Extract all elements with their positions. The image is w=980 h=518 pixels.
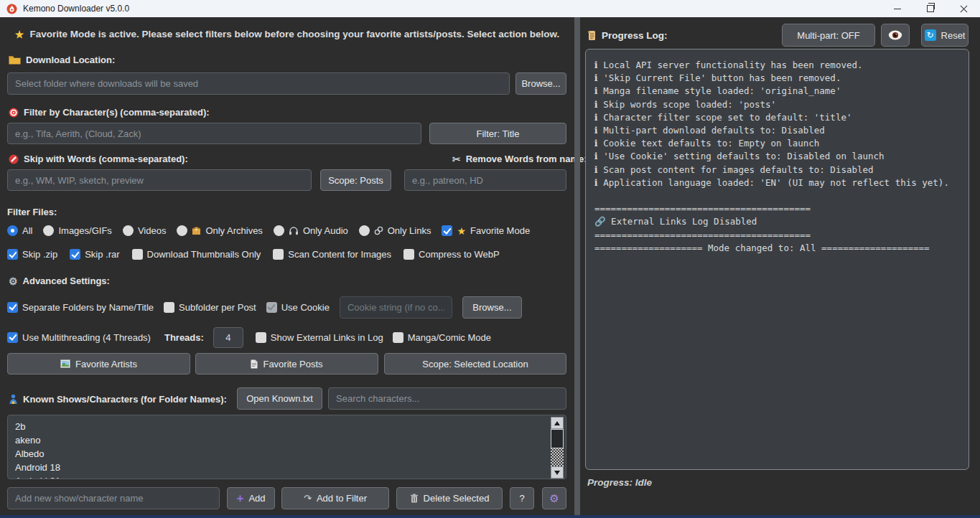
panel-splitter[interactable] (574, 17, 580, 515)
scan-content-checkbox[interactable]: Scan Content for Images (273, 249, 391, 260)
close-button[interactable] (947, 0, 980, 17)
advanced-settings-label: ⚙ Advanced Settings: (9, 276, 110, 286)
use-cookie-checkbox[interactable]: Use Cookie (266, 302, 330, 313)
separate-folders-checkbox[interactable]: Separate Folders by Name/Title (7, 302, 154, 313)
filter-scope-button[interactable]: Filter: Title (429, 123, 566, 144)
titlebar: Kemono Downloader v5.0.0 (0, 0, 980, 17)
favorite-scope-button[interactable]: Scope: Selected Location (384, 353, 566, 375)
scan-content-label: Scan Content for Images (288, 249, 391, 260)
subfolder-per-post-checkbox[interactable]: Subfolder per Post (164, 302, 256, 313)
radio-only-links[interactable]: Only Links (359, 225, 431, 236)
radio-all-label: All (22, 225, 32, 236)
scrollbar-thumb[interactable] (551, 429, 564, 448)
skip-words-label-text: Skip with Words (comma-separated): (24, 154, 188, 164)
restore-icon (927, 5, 934, 12)
log-line: ℹ Skip words scope loaded: 'posts' (594, 98, 960, 111)
add-button[interactable]: + Add (227, 487, 275, 509)
add-character-input[interactable] (7, 487, 220, 509)
character-list-item[interactable]: Android 21 (8, 474, 566, 479)
radio-icon (177, 225, 187, 236)
character-list-item[interactable]: akeno (8, 433, 566, 447)
scroll-up-button[interactable] (551, 417, 564, 429)
radio-icon (274, 225, 284, 236)
skip-zip-checkbox[interactable]: Skip .zip (7, 249, 57, 260)
checkbox-icon (164, 302, 174, 313)
download-thumbnails-label: Download Thumbnails Only (147, 249, 261, 260)
download-thumbnails-checkbox[interactable]: Download Thumbnails Only (132, 249, 261, 260)
known-characters-list[interactable]: 2b akeno Albedo Android 18 Android 21 (7, 415, 566, 479)
eye-toggle-button[interactable] (881, 24, 910, 47)
document-icon (251, 359, 258, 369)
open-known-txt-button[interactable]: Open Known.txt (237, 387, 322, 410)
character-filter-input[interactable] (7, 123, 421, 144)
threads-input[interactable] (213, 327, 243, 348)
radio-all[interactable]: All (7, 225, 32, 236)
multipart-toggle-button[interactable]: Multi-part: OFF (782, 24, 875, 47)
remove-words-label: ✂ Remove Words from name: (452, 154, 587, 164)
skip-rar-checkbox[interactable]: Skip .rar (70, 249, 119, 260)
list-scrollbar[interactable] (551, 417, 564, 479)
character-list-item[interactable]: Albedo (8, 447, 566, 461)
favorite-artists-label: Favorite Artists (75, 359, 137, 369)
download-location-label-text: Download Location: (26, 55, 115, 65)
app-logo-icon (6, 4, 17, 14)
delete-selected-button[interactable]: Delete Selected (396, 487, 503, 509)
link-icon (374, 226, 383, 235)
remove-words-input[interactable] (404, 169, 566, 191)
log-line: ℹ Character filter scope set to default:… (594, 111, 960, 124)
checkbox-icon (442, 225, 452, 236)
add-to-filter-label: Add to Filter (317, 493, 367, 504)
maximize-button[interactable] (914, 0, 947, 17)
log-line: ℹ Application language loaded: 'EN' (UI … (594, 176, 960, 189)
radio-links-label: Only Links (388, 225, 431, 236)
radio-only-archives[interactable]: Only Archives (177, 225, 262, 236)
favorite-mode-banner: ★ Favorite Mode is active. Please select… (0, 29, 574, 39)
cookie-browse-button[interactable]: Browse... (462, 296, 522, 319)
favorite-mode-checkbox[interactable]: ★ Favorite Mode (442, 225, 530, 236)
character-search-input[interactable] (328, 387, 566, 410)
picture-icon (60, 359, 70, 368)
add-button-label: Add (248, 493, 265, 504)
app-window: Kemono Downloader v5.0.0 ★ Favorite Mode… (0, 0, 980, 518)
manga-mode-label: Manga/Comic Mode (408, 332, 491, 343)
radio-videos[interactable]: Videos (123, 225, 167, 236)
log-line: ℹ 'Use Cookie' setting defaults to: Disa… (594, 150, 960, 163)
settings-button[interactable]: ⚙ (542, 487, 566, 509)
cookie-string-input[interactable] (340, 296, 452, 319)
character-list-item[interactable]: Android 18 (8, 461, 566, 474)
checkbox-icon (7, 302, 18, 313)
manga-mode-checkbox[interactable]: Manga/Comic Mode (393, 332, 491, 343)
checkbox-icon (70, 249, 80, 260)
show-external-links-checkbox[interactable]: Show External Links in Log (256, 332, 383, 343)
radio-images-gifs[interactable]: Images/GIFs (43, 225, 111, 236)
add-to-filter-button[interactable]: ↷ Add to Filter (281, 487, 389, 509)
advanced-settings-label-text: Advanced Settings: (23, 276, 110, 286)
progress-log-label: Progress Log: (587, 30, 668, 41)
progress-log-area[interactable]: ℹ Local API server functionality has bee… (585, 49, 969, 470)
reset-button-label: Reset (941, 30, 966, 41)
radio-only-audio[interactable]: Only Audio (274, 225, 348, 236)
radio-videos-label: Videos (138, 225, 167, 236)
filter-files-radio-row: All Images/GIFs Videos Only Archives Onl… (7, 225, 530, 236)
skip-words-input[interactable] (7, 169, 312, 191)
multithreading-checkbox[interactable]: Use Multithreading (4 Threads) (7, 332, 151, 343)
reset-button[interactable]: ↻ Reset (921, 24, 969, 47)
checkbox-icon (7, 332, 18, 343)
minimize-button[interactable] (881, 0, 914, 17)
download-location-input[interactable] (7, 72, 510, 95)
folder-icon (9, 55, 21, 65)
checkbox-icon (393, 332, 403, 343)
compress-webp-checkbox[interactable]: Compress to WebP (403, 249, 499, 260)
help-button[interactable]: ? (510, 487, 534, 509)
scroll-down-button[interactable] (551, 466, 564, 479)
favorite-artists-button[interactable]: Favorite Artists (7, 353, 190, 375)
scrollbar-track[interactable] (551, 429, 564, 466)
star-icon: ★ (15, 29, 24, 39)
advanced-row-2: Use Multithreading (4 Threads) Threads: … (7, 326, 491, 348)
download-browse-button[interactable]: Browse... (515, 72, 566, 95)
favorite-posts-button[interactable]: Favorite Posts (195, 353, 378, 375)
character-list-item[interactable]: 2b (8, 420, 566, 433)
log-line: ℹ Scan post content for images defaults … (594, 164, 960, 176)
skip-scope-button[interactable]: Scope: Posts (320, 169, 391, 191)
no-entry-icon (9, 154, 19, 164)
